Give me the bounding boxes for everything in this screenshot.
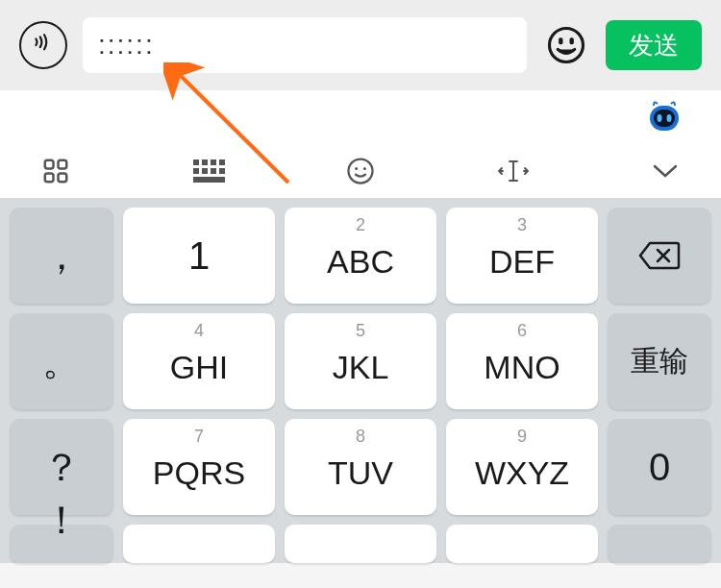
keyboard-toolbar <box>0 144 721 198</box>
key-retype[interactable]: 重输 <box>608 313 711 409</box>
svg-rect-1 <box>559 37 562 44</box>
svg-point-0 <box>550 29 584 62</box>
t9-keypad: ， 1 2ABC 3DEF 。 4GHI 5JKL 6MNO 重输 ？ 7PQR… <box>0 198 721 563</box>
message-input-value: :::::: <box>98 30 155 61</box>
key-comma[interactable]: ， <box>10 208 113 304</box>
backspace-icon <box>638 239 681 272</box>
assistant-icon[interactable] <box>644 98 684 138</box>
collapse-keyboard-icon[interactable] <box>648 154 683 188</box>
smiley-icon <box>546 25 586 65</box>
key-9-wxyz[interactable]: 9WXYZ <box>446 419 598 515</box>
svg-point-22 <box>355 167 358 170</box>
chat-input-bar: :::::: 发送 <box>0 0 721 90</box>
svg-rect-17 <box>202 168 208 174</box>
key-6-mno[interactable]: 6MNO <box>446 313 598 409</box>
assistant-row <box>0 90 721 144</box>
key-period[interactable]: 。 <box>10 313 113 409</box>
svg-point-6 <box>658 114 662 122</box>
key-0[interactable]: 0 <box>608 419 711 515</box>
send-button[interactable]: 发送 <box>606 20 702 70</box>
svg-rect-12 <box>193 159 199 165</box>
key-7-pqrs[interactable]: 7PQRS <box>123 419 275 515</box>
svg-rect-5 <box>654 110 675 127</box>
key-4-ghi[interactable]: 4GHI <box>123 313 275 409</box>
svg-rect-13 <box>202 159 208 165</box>
cursor-mode-icon[interactable] <box>496 154 531 188</box>
emoji-button[interactable] <box>542 21 590 69</box>
sound-wave-icon <box>31 33 56 58</box>
emoticon-icon[interactable] <box>343 154 378 188</box>
voice-button[interactable] <box>19 21 67 69</box>
key-exclamation[interactable]: ！ <box>10 525 113 563</box>
keyboard-layout-icon[interactable] <box>191 154 226 188</box>
svg-rect-16 <box>193 168 199 174</box>
svg-point-7 <box>667 114 672 122</box>
svg-point-23 <box>363 167 366 170</box>
svg-rect-14 <box>211 159 216 165</box>
svg-rect-2 <box>570 37 574 44</box>
svg-rect-10 <box>45 174 54 183</box>
keyboard-panel: ， 1 2ABC 3DEF 。 4GHI 5JKL 6MNO 重输 ？ 7PQR… <box>0 90 721 563</box>
key-3-def[interactable]: 3DEF <box>446 208 598 304</box>
key-2-abc[interactable]: 2ABC <box>285 208 436 304</box>
key-8-tuv[interactable]: 8TUV <box>285 419 436 515</box>
svg-point-21 <box>349 159 373 184</box>
svg-rect-9 <box>59 160 67 169</box>
key-1[interactable]: 1 <box>123 208 275 304</box>
svg-rect-11 <box>59 174 67 183</box>
svg-rect-20 <box>193 177 225 183</box>
svg-rect-19 <box>219 168 225 174</box>
key-bottom-2[interactable] <box>285 525 436 563</box>
key-bottom-3[interactable] <box>446 525 598 563</box>
key-backspace[interactable] <box>608 208 711 304</box>
svg-rect-18 <box>211 168 216 174</box>
apps-icon[interactable] <box>38 154 73 188</box>
key-bottom-1[interactable] <box>123 525 275 563</box>
svg-rect-15 <box>219 159 225 165</box>
key-bottom-4[interactable] <box>608 525 711 563</box>
message-input[interactable]: :::::: <box>83 17 527 73</box>
key-5-jkl[interactable]: 5JKL <box>285 313 436 409</box>
svg-rect-8 <box>45 160 54 169</box>
